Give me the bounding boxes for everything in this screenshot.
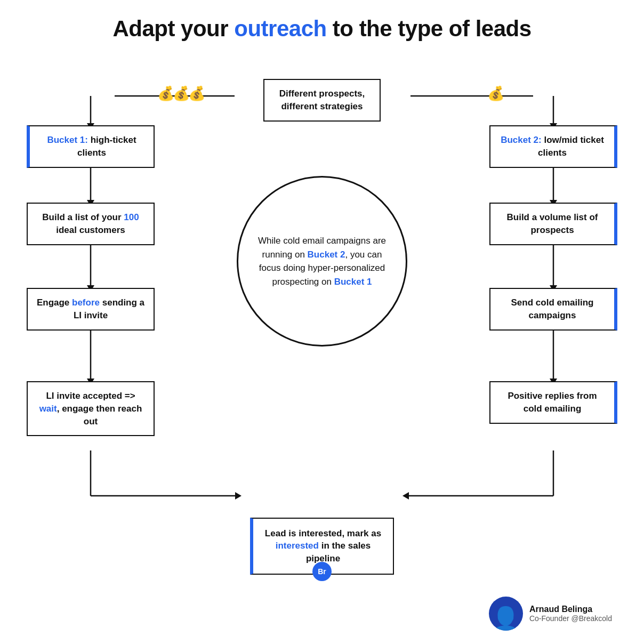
author-section: 👤 Arnaud Belinga Co-Founder @Breakcold: [489, 597, 612, 631]
build-list-box: Build a list of your 100 ideal customers: [27, 203, 155, 245]
lead-highlight: interested: [276, 541, 319, 551]
author-name: Arnaud Belinga: [529, 605, 612, 614]
title-suffix: to the type of leads: [327, 16, 532, 41]
top-center-box: Different prospects, different strategie…: [263, 79, 381, 122]
bucket2-label-rest: low/mid ticket clients: [538, 135, 604, 158]
center-text: While cold email campaigns are running o…: [254, 234, 390, 288]
li-invite-highlight: wait: [39, 404, 57, 414]
money-left-icon: 💰💰💰: [157, 85, 204, 102]
build-list-post: ideal customers: [56, 225, 125, 235]
author-role: Co-Founder @Breakcold: [529, 614, 612, 623]
build-volume-box: Build a volume list of prospects: [489, 203, 617, 245]
page-container: Adapt your outreach to the type of leads: [0, 0, 644, 644]
br-badge-label: Br: [318, 567, 326, 576]
title-highlight: outreach: [234, 16, 326, 41]
svg-marker-16: [235, 492, 241, 500]
top-center-line2: different strategies: [281, 101, 363, 111]
top-center-line1: Different prospects,: [279, 88, 365, 99]
avatar-icon: 👤: [491, 607, 520, 631]
build-volume-text: Build a volume list of prospects: [507, 212, 598, 235]
center-bucket2: Bucket 2: [308, 249, 345, 260]
engage-before-box: Engage before sending a LI invite: [27, 288, 155, 331]
send-cold-text: Send cold emailing campaigns: [511, 297, 594, 320]
build-list-pre: Build a list of your: [42, 212, 124, 222]
author-info: Arnaud Belinga Co-Founder @Breakcold: [529, 605, 612, 623]
svg-marker-25: [402, 492, 409, 500]
lead-pre: Lead is interested, mark as: [265, 528, 381, 538]
bucket1-box: Bucket 1: high-ticket clients: [27, 125, 155, 168]
bucket1-label-blue: Bucket 1:: [47, 135, 88, 145]
li-invite-post: , engage then reach out: [57, 404, 142, 426]
li-invite-pre: LI invite accepted =>: [46, 391, 135, 401]
br-badge: Br: [312, 562, 332, 581]
center-circle: While cold email campaigns are running o…: [237, 176, 407, 347]
main-title: Adapt your outreach to the type of leads: [21, 16, 623, 42]
bucket2-box: Bucket 2: low/mid ticket clients: [489, 125, 617, 168]
positive-replies-text: Positive replies from cold emailing: [508, 391, 597, 414]
center-bucket1: Bucket 1: [334, 277, 372, 287]
send-cold-box: Send cold emailing campaigns: [489, 288, 617, 331]
author-avatar: 👤: [489, 597, 523, 631]
li-invite-box: LI invite accepted => wait, engage then …: [27, 381, 155, 436]
build-list-highlight: 100: [124, 212, 139, 222]
positive-replies-box: Positive replies from cold emailing: [489, 381, 617, 424]
engage-pre: Engage: [37, 297, 72, 308]
title-prefix: Adapt your: [112, 16, 234, 41]
engage-highlight: before: [72, 297, 100, 308]
bucket2-label-blue: Bucket 2:: [501, 135, 542, 145]
money-right-icon: 💰: [487, 85, 503, 102]
